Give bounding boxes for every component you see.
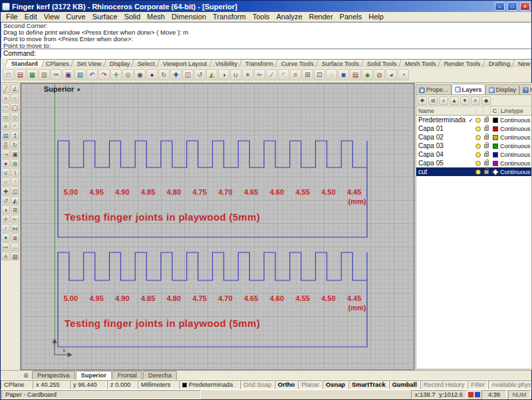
viewport-title[interactable]: Superior ▼ [44, 85, 81, 93]
text-icon[interactable]: A [1, 252, 10, 260]
menu-solid[interactable]: Solid [121, 13, 144, 21]
zoom-selected-icon[interactable]: ● [146, 69, 158, 80]
column-header-linetype[interactable]: Linetype [499, 108, 531, 114]
layer-tools-icon[interactable]: ◆ [481, 96, 491, 105]
layer-lock-icon[interactable] [484, 153, 489, 157]
join-icon[interactable]: ∪ [230, 69, 241, 80]
boolean-intersection-icon[interactable]: ∩ [1, 177, 10, 186]
orient-icon[interactable]: ✛ [1, 215, 10, 223]
extrude-icon[interactable]: ↥ [11, 131, 19, 140]
active-layer-pane[interactable]: Predeterminada [179, 380, 240, 389]
pan-view-icon[interactable]: ✛ [110, 69, 122, 80]
layer-color-swatch[interactable] [492, 168, 499, 175]
polyline-icon[interactable]: ∠ [11, 84, 19, 93]
boolean-difference-icon[interactable]: ∖ [11, 168, 19, 177]
column-header-visibility[interactable] [476, 106, 483, 115]
toggle-planar[interactable]: Planar [298, 380, 323, 389]
layer-visibility-bulb-icon[interactable] [475, 161, 481, 166]
z-coordinate[interactable]: z 0.000 [107, 380, 138, 389]
zoom-extents-icon[interactable]: ◎ [122, 69, 134, 80]
toolbar-tab-mesh-tools[interactable]: Mesh Tools [398, 59, 443, 67]
restore-button[interactable]: □ [507, 2, 517, 11]
units-pane[interactable]: Millimeters [138, 380, 179, 389]
layer-row-cut[interactable]: cutContinuous [416, 167, 531, 176]
rotate-icon[interactable]: ↺ [194, 69, 205, 80]
undo-icon[interactable]: ↶ [86, 69, 98, 80]
menu-surface[interactable]: Surface [89, 13, 121, 21]
delete-layer-icon[interactable]: × [439, 96, 448, 105]
copy-icon[interactable]: ▣ [63, 69, 74, 80]
fillet-edge-icon[interactable]: ◝ [11, 177, 19, 186]
toggle-gumball[interactable]: Gumball [389, 380, 420, 389]
toggle-record-history[interactable]: Record History [420, 380, 467, 389]
tray-icon-blue[interactable] [475, 392, 480, 397]
layer-row-capa-01[interactable]: Capa 01Continuous [416, 124, 531, 133]
menu-analyze[interactable]: Analyze [273, 13, 305, 21]
offset-icon[interactable]: ≣ [11, 233, 19, 242]
render-icon[interactable]: ◍ [374, 69, 385, 80]
menu-edit[interactable]: Edit [21, 13, 41, 21]
viewport-menu-arrow-icon[interactable]: ▼ [76, 87, 81, 93]
toolbar-tab-curve-tools[interactable]: Curve Tools [275, 59, 321, 67]
layer-lock-icon[interactable] [484, 127, 489, 131]
toolbar-tab-viewport-layout[interactable]: Viewport Layout [156, 59, 214, 67]
toolbar-tab-solid-tools[interactable]: Solid Tools [360, 59, 404, 67]
layer-lock-icon[interactable] [484, 161, 489, 165]
new-file-icon[interactable]: □ [3, 69, 14, 80]
rotate-icon[interactable]: ↺ [1, 196, 10, 205]
surface-from-curves-icon[interactable]: ▤ [1, 131, 10, 140]
rectangle-icon[interactable]: ▭ [1, 112, 10, 121]
revolve-icon[interactable]: ↻ [11, 140, 19, 149]
command-history[interactable]: Second Corner:Drag to define print windo… [1, 22, 531, 49]
layer-visibility-bulb-icon[interactable] [475, 118, 481, 123]
panel-tab-prope[interactable]: ◉Prope... [416, 84, 452, 94]
trim-icon[interactable]: ✁ [11, 215, 19, 223]
arc-icon[interactable]: ◠ [1, 103, 10, 112]
close-button[interactable]: × [520, 2, 530, 11]
rotate-view-icon[interactable]: ↻ [158, 69, 170, 80]
cut-icon[interactable]: ✂ [51, 69, 62, 80]
toggle-smarttrack[interactable]: SmartTrack [348, 380, 389, 389]
zoom-window-icon[interactable]: ◉ [134, 69, 146, 80]
minimize-button[interactable]: – [495, 2, 505, 11]
toggle-ortho[interactable]: Ortho [275, 380, 298, 389]
viewport-grid-icon[interactable]: ⊞ [22, 372, 30, 379]
open-file-icon[interactable]: ▤ [15, 69, 26, 80]
save-file-icon[interactable]: ▦ [27, 69, 38, 80]
wireframe-viewport-icon[interactable]: ◔ [398, 69, 409, 80]
loft-icon[interactable]: ▒ [1, 140, 10, 149]
new-sublayer-icon[interactable]: ⊞ [428, 96, 438, 105]
offset-icon[interactable]: ≡ [290, 69, 301, 80]
ellipse-icon[interactable]: ◯ [11, 103, 19, 112]
polygon-icon[interactable]: ◇ [11, 112, 19, 121]
menu-file[interactable]: File [3, 13, 21, 21]
move-layer-up-icon[interactable]: ▲ [450, 96, 459, 105]
layer-color-swatch[interactable] [493, 144, 498, 149]
viewport-tab-frontal[interactable]: Frontal [112, 371, 142, 379]
viewport-tab-perspectiva[interactable]: Perspectiva [32, 371, 75, 379]
panel-tab-layers[interactable]: ▤Layers [452, 84, 485, 94]
layer-color-swatch[interactable] [493, 118, 498, 123]
join-icon[interactable]: ⋈ [11, 224, 19, 233]
column-header-lock[interactable] [483, 106, 491, 115]
layer-visibility-bulb-icon[interactable] [475, 126, 481, 132]
menu-tools[interactable]: Tools [249, 13, 273, 21]
layer-visibility-bulb-icon[interactable] [475, 169, 481, 175]
hatch-icon[interactable]: ▨ [11, 252, 19, 260]
sphere-icon[interactable]: ● [1, 159, 10, 167]
toolbar-tab-new-in-v5[interactable]: New in V5 [511, 59, 531, 67]
toggle-grid-snap[interactable]: Grid Snap [240, 380, 275, 389]
command-input[interactable] [38, 49, 529, 58]
menu-view[interactable]: View [41, 13, 63, 21]
panel-tab-help[interactable]: ?Help [519, 84, 532, 94]
paste-icon[interactable]: ▧ [74, 69, 86, 80]
layer-lock-icon[interactable] [484, 144, 489, 148]
split-icon[interactable]: ∕ [1, 224, 10, 233]
menu-dimension[interactable]: Dimension [168, 13, 209, 21]
line-icon[interactable]: ╱ [1, 84, 10, 93]
layer-color-swatch[interactable] [493, 161, 498, 166]
layer-color-swatch[interactable] [493, 135, 498, 140]
filter-layers-icon[interactable]: ≡ [471, 96, 480, 105]
hide-objects-icon[interactable]: ◌ [326, 69, 337, 80]
copy-icon[interactable]: ◫ [11, 187, 19, 195]
